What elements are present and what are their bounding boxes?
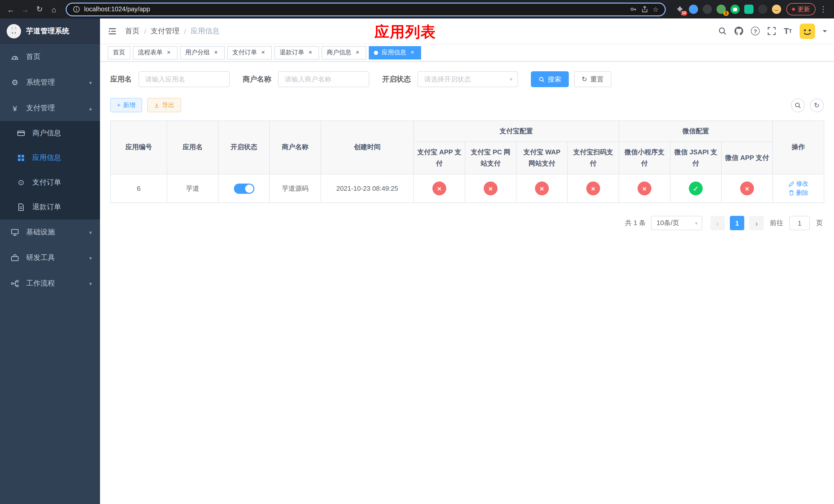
cell-app-id: 6 [111,174,167,203]
extension-icon-1[interactable] [689,5,698,14]
browser-update-button[interactable]: 更新 [786,3,815,15]
page-number-1[interactable]: 1 [730,216,744,230]
tab-close-icon[interactable]: × [354,49,361,56]
breadcrumb-separator: / [184,27,186,35]
reset-button[interactable]: ↻ 重置 [574,71,611,87]
extension-icon-3[interactable]: 1 [717,5,726,14]
extension-icon-5[interactable] [744,5,753,14]
col-alipay-qr: 支付宝扫码支付 [568,142,619,174]
tab-close-icon[interactable]: × [307,49,314,56]
app-logo[interactable]: 芋道管理系统 [0,19,100,44]
sidebar-item-workflow[interactable]: 工作流程 ▾ [0,271,100,296]
chevron-down-icon: ▾ [89,281,92,287]
app-name-label: 应用名 [110,75,132,84]
navbar: 首页 / 支付管理 / 应用信息 应用列表 ? [100,19,834,44]
bookmark-star-icon[interactable]: ☆ [653,5,659,13]
tab-process-form[interactable]: 流程表单 × [133,46,177,59]
address-bar[interactable]: localhost:1024/pay/app ☆ [66,2,666,16]
breadcrumb-home[interactable]: 首页 [125,26,139,36]
help-icon[interactable]: ? [751,27,760,36]
screen: ← → ↻ ⌂ localhost:1024/pay/app ☆ 10 [0,0,834,504]
cell-actions: 修改 删除 [773,174,824,203]
merchant-name-label: 商户名称 [243,75,271,84]
font-size-icon[interactable]: TT [784,26,792,36]
next-page-button[interactable]: › [749,216,764,230]
page-size-select[interactable]: 10条/页 ▾ [651,216,702,230]
sidebar-item-home[interactable]: 首页 [0,44,100,70]
sidebar-item-app-info[interactable]: 应用信息 [0,145,100,170]
sidebar-item-merchant-info[interactable]: 商户信息 [0,121,100,145]
site-info-icon[interactable] [73,6,80,13]
password-key-icon[interactable] [630,6,637,13]
app-name-input[interactable] [138,71,230,87]
extension-icon-6[interactable] [758,5,767,14]
edit-link[interactable]: 修改 [788,180,808,188]
app-table: 应用编号 应用名 开启状态 商户名称 创建时间 支付宝配置 微信配置 操作 支付… [110,120,824,203]
tab-home[interactable]: 首页 [108,46,130,59]
share-icon[interactable] [641,6,649,13]
add-button[interactable]: + 新增 [110,98,142,112]
cell-wechat-app: × [721,174,773,203]
user-avatar[interactable] [799,23,815,39]
tab-close-icon[interactable]: × [409,49,416,56]
sidebar-item-dev-tools[interactable]: 研发工具 ▾ [0,245,100,271]
tab-merchant-info[interactable]: 商户信息 × [322,46,366,59]
tab-user-group[interactable]: 用户分组 × [180,46,225,59]
status-switch[interactable] [234,183,254,193]
browser-forward-icon[interactable]: → [19,3,32,16]
chevron-down-icon: ▾ [510,76,512,82]
extensions-puzzle-icon[interactable]: 10 [675,5,684,14]
merchant-name-input[interactable] [278,71,369,87]
status-select-placeholder: 请选择开启状态 [424,75,471,84]
cell-status [218,174,269,203]
toggle-search-button[interactable] [791,98,805,112]
logo-avatar [7,24,21,39]
sidebar-item-label: 研发工具 [26,253,55,262]
export-button[interactable]: 导出 [147,98,181,112]
goto-page-input[interactable] [789,216,810,230]
hamburger-icon[interactable] [108,26,117,36]
sidebar-item-label: 商户信息 [32,129,61,138]
wechat-app-status-icon: × [740,182,754,196]
toolbox-icon [10,254,20,262]
sidebar-item-infrastructure[interactable]: 基础设施 ▾ [0,220,100,245]
status-select[interactable]: 请选择开启状态 ▾ [418,71,518,87]
github-icon[interactable] [734,27,743,36]
tab-app-info[interactable]: 应用信息 × [369,46,421,59]
search-icon[interactable] [718,27,727,36]
status-label: 开启状态 [382,75,411,84]
tab-close-icon[interactable]: × [260,49,267,56]
merchant-name-filter: 商户名称 [243,71,369,87]
browser-profile-avatar[interactable] [772,5,781,14]
browser-reload-icon[interactable]: ↻ [33,3,46,16]
col-alipay-app: 支付宝 APP 支付 [414,142,465,174]
sidebar-item-refund-order[interactable]: 退款订单 [0,195,100,220]
browser-back-icon[interactable]: ← [4,3,18,16]
sidebar-item-payment-order[interactable]: ⊙ 支付订单 [0,170,100,195]
tab-payment-order[interactable]: 支付订单 × [227,46,272,59]
caret-down-icon[interactable] [823,30,827,34]
sidebar-item-payment-management[interactable]: ¥ 支付管理 ▴ [0,95,100,121]
tab-close-icon[interactable]: × [212,49,220,56]
col-alipay-wap: 支付宝 WAP 网站支付 [516,142,568,174]
refresh-table-button[interactable]: ↻ [810,98,824,112]
fullscreen-icon[interactable] [767,27,776,36]
breadcrumb-payment-management[interactable]: 支付管理 [151,26,179,36]
status-filter: 开启状态 请选择开启状态 ▾ [382,71,518,87]
grid-icon [16,154,26,162]
page-content: 应用名 商户名称 开启状态 请选择开启状态 ▾ [100,62,834,240]
sidebar-item-system-management[interactable]: ⚙ 系统管理 ▾ [0,70,100,95]
tab-refund-order[interactable]: 退款订单 × [275,46,319,59]
credit-card-icon [16,129,26,137]
delete-link[interactable]: 删除 [788,188,808,197]
col-created-at: 创建时间 [321,121,414,174]
browser-menu-icon[interactable]: ⋮ [816,3,830,16]
goto-suffix: 页 [816,219,823,228]
search-button[interactable]: 搜索 [531,71,569,87]
prev-page-button[interactable]: ‹ [710,216,725,230]
tab-close-icon[interactable]: × [165,49,172,56]
browser-home-icon[interactable]: ⌂ [47,3,61,16]
extension-icon-2[interactable] [703,5,712,14]
breadcrumb-app-info: 应用信息 [191,26,220,36]
wechat-extension-icon[interactable] [730,5,740,14]
